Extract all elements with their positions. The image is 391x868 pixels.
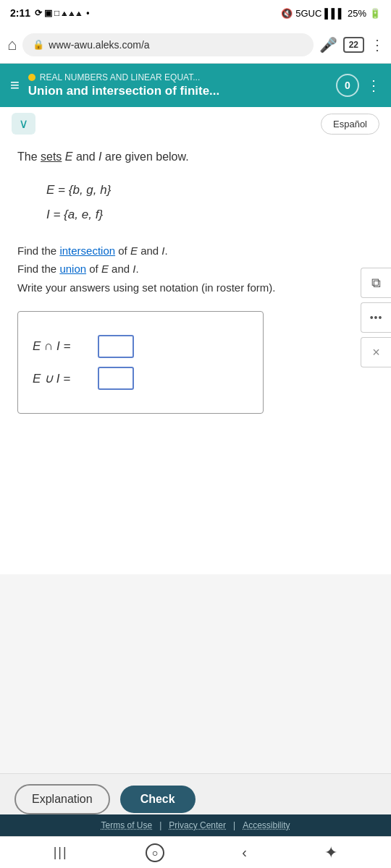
status-indicators: ⟳ ▣ □ ⟁ ⟁ ⟁ • xyxy=(35,8,89,18)
nav-back-icon[interactable]: ‹ xyxy=(242,844,247,861)
language-button[interactable]: Español xyxy=(321,114,379,135)
instructions: Find the intersection of E and I. Find t… xyxy=(17,242,374,297)
lock-icon: 🔒 xyxy=(33,39,44,50)
bars-icon: ▌▌▌ xyxy=(324,8,345,19)
home-icon[interactable]: ⌂ xyxy=(7,35,17,54)
content-area: ∨ Español The sets E and I are given bel… xyxy=(0,107,391,574)
action-buttons: Explanation Check xyxy=(14,784,377,814)
intersection-input[interactable] xyxy=(98,335,134,358)
intersection-link[interactable]: intersection xyxy=(59,244,115,257)
status-time: 2:11 ⟳ ▣ □ ⟁ ⟁ ⟁ • xyxy=(10,7,89,19)
header-content: REAL NUMBERS AND LINEAR EQUAT... Union a… xyxy=(28,72,327,98)
union-label: E ∪ I = xyxy=(33,371,91,386)
battery-icon: 🔋 xyxy=(369,8,381,19)
status-bar: 2:11 ⟳ ▣ □ ⟁ ⟁ ⟁ • 🔇 5GUC ▌▌▌ 25% 🔋 xyxy=(0,0,391,26)
status-network: 🔇 5GUC ▌▌▌ 25% 🔋 xyxy=(281,8,381,19)
check-button[interactable]: Check xyxy=(120,786,196,813)
browser-bar: ⌂ 🔒 www-awu.aleks.com/a 🎤 22 ⋮ xyxy=(0,26,391,64)
nav-home-icon[interactable]: ○ xyxy=(146,843,164,862)
topic-dot xyxy=(28,74,35,81)
header-more-icon[interactable]: ⋮ xyxy=(366,77,381,94)
circle-button[interactable]: 0 xyxy=(336,74,359,97)
mic-icon[interactable]: 🎤 xyxy=(319,36,337,54)
union-input[interactable] xyxy=(98,367,134,390)
set-e-display: E = {b, g, h} xyxy=(46,178,374,203)
topic-label: REAL NUMBERS AND LINEAR EQUAT... xyxy=(40,72,200,82)
instruction-3: Write your answers using set notation (i… xyxy=(17,278,374,297)
close-button[interactable]: × xyxy=(361,337,391,367)
more-options-button[interactable]: ••• xyxy=(361,302,391,333)
header-title: Union and intersection of finite... xyxy=(28,84,327,98)
nav-menu-icon[interactable]: ||| xyxy=(54,845,68,860)
nav-person-icon[interactable]: ✦ xyxy=(324,843,337,862)
problem-intro: The sets E and I are given below. xyxy=(17,148,374,166)
app-header: ≡ REAL NUMBERS AND LINEAR EQUAT... Union… xyxy=(0,64,391,107)
accessibility-link[interactable]: Accessibility xyxy=(243,820,290,830)
close-icon: × xyxy=(372,345,380,360)
chevron-row: ∨ Español xyxy=(0,107,391,140)
header-topic: REAL NUMBERS AND LINEAR EQUAT... xyxy=(28,72,327,82)
copy-button[interactable]: ⧉ xyxy=(361,268,391,298)
footer-sep-1: | xyxy=(159,820,161,830)
privacy-link[interactable]: Privacy Center xyxy=(169,820,226,830)
problem-area: The sets E and I are given below. E = {b… xyxy=(0,140,391,574)
hamburger-icon[interactable]: ≡ xyxy=(10,76,20,95)
sets-link[interactable]: sets xyxy=(41,150,62,163)
sets-display: E = {b, g, h} I = {a, e, f} xyxy=(46,178,374,227)
union-link[interactable]: union xyxy=(59,263,86,275)
ellipsis-icon: ••• xyxy=(370,312,383,323)
header-right: 0 ⋮ xyxy=(336,74,381,97)
footer-sep-2: | xyxy=(233,820,235,830)
signal-icon: 🔇 xyxy=(281,8,293,19)
footer-links: Terms of Use | Privacy Center | Accessib… xyxy=(0,814,391,836)
url-text: www-awu.aleks.com/a xyxy=(49,39,149,51)
intersection-row: E ∩ I = xyxy=(33,335,248,358)
copy-icon: ⧉ xyxy=(371,276,381,291)
time-display: 2:11 xyxy=(10,7,30,19)
union-row: E ∪ I = xyxy=(33,367,248,390)
instruction-2: Find the union of E and I. xyxy=(17,260,374,278)
tab-count[interactable]: 22 xyxy=(343,37,364,53)
battery-label: 25% xyxy=(348,8,366,19)
explanation-button[interactable]: Explanation xyxy=(14,784,110,814)
instruction-1: Find the intersection of E and I. xyxy=(17,242,374,260)
url-bar[interactable]: 🔒 www-awu.aleks.com/a xyxy=(22,33,313,56)
nav-bar: ||| ○ ‹ ✦ xyxy=(0,836,391,868)
answer-box: E ∩ I = E ∪ I = xyxy=(17,311,264,414)
circle-label: 0 xyxy=(345,80,350,91)
intersection-label: E ∩ I = xyxy=(33,339,91,354)
chevron-down-button[interactable]: ∨ xyxy=(12,113,35,135)
network-label: 5GUC xyxy=(295,8,321,19)
side-toolbar: ⧉ ••• × xyxy=(361,268,391,367)
terms-link[interactable]: Terms of Use xyxy=(101,820,153,830)
browser-menu-icon[interactable]: ⋮ xyxy=(370,36,384,54)
set-i-display: I = {a, e, f} xyxy=(46,203,374,227)
